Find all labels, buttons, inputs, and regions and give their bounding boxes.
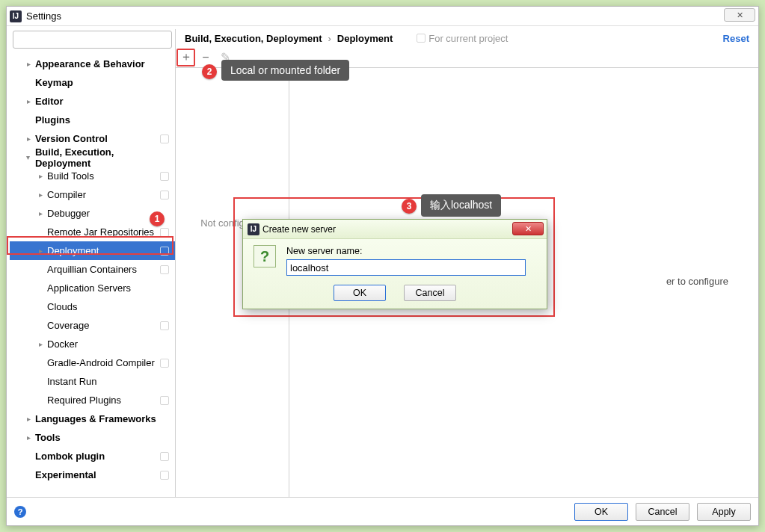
tree-item-lombok-plugin[interactable]: Lombok plugin <box>10 447 175 466</box>
tree-item-arquillian-containers[interactable]: Arquillian Containers <box>10 260 175 279</box>
settings-tree[interactable]: ▸Appearance & BehaviorKeymap▸EditorPlugi… <box>10 52 175 497</box>
add-server-button[interactable]: ＋ <box>178 49 194 66</box>
tree-item-label: Version Control <box>35 133 108 144</box>
chevron-right-icon: ▸ <box>23 60 34 68</box>
tree-item-label: Keymap <box>35 77 73 88</box>
tree-item-label: Build, Execution, Deployment <box>35 146 172 169</box>
reset-link[interactable]: Reset <box>723 33 749 44</box>
tree-item-keymap[interactable]: Keymap <box>10 73 175 92</box>
chevron-right-icon: ▸ <box>35 340 46 348</box>
window-title: Settings <box>26 10 61 22</box>
tree-item-label: Plugins <box>35 114 70 126</box>
project-icon <box>417 34 425 43</box>
detail-hint-text: er to configure <box>666 276 728 287</box>
chevron-down-icon: ▾ <box>23 153 34 161</box>
project-scope-icon <box>160 471 169 480</box>
tree-item-coverage[interactable]: Coverage <box>10 316 175 335</box>
cancel-button[interactable]: Cancel <box>636 503 689 521</box>
tree-item-tools[interactable]: ▸Tools <box>10 428 175 447</box>
tree-item-gradle-android-compiler[interactable]: Gradle-Android Compiler <box>10 353 175 372</box>
breadcrumb-sep: › <box>328 33 331 44</box>
remove-server-button[interactable]: − <box>197 49 214 66</box>
breadcrumb-leaf: Deployment <box>337 33 393 44</box>
settings-sidebar: ▸Appearance & BehaviorKeymap▸EditorPlugi… <box>10 29 176 497</box>
tree-item-label: Application Servers <box>47 282 131 294</box>
help-button[interactable]: ? <box>14 506 26 518</box>
chevron-right-icon: ▸ <box>23 415 34 423</box>
tree-item-compiler[interactable]: ▸Compiler <box>10 185 175 204</box>
for-current-project: For current project <box>417 33 508 44</box>
window-close-button[interactable]: ✕ <box>724 8 755 22</box>
tree-item-appearance-behavior[interactable]: ▸Appearance & Behavior <box>10 55 175 73</box>
project-scope-icon <box>160 396 169 405</box>
tree-item-build-execution-deployment[interactable]: ▾Build, Execution, Deployment <box>10 148 175 167</box>
project-scope-icon <box>160 228 169 237</box>
tree-item-label: Gradle-Android Compiler <box>47 357 155 368</box>
annotation-badge-2: 2 <box>202 64 217 79</box>
tree-item-label: Deployment <box>47 245 99 256</box>
server-name-input[interactable] <box>286 259 526 276</box>
project-scope-icon <box>160 359 169 368</box>
app-icon: IJ <box>248 223 259 235</box>
dialog-title: Create new server <box>262 224 336 235</box>
dialog-ok-button[interactable]: OK <box>334 285 386 301</box>
server-name-label: New server name: <box>286 246 362 256</box>
project-scope-icon <box>160 172 169 181</box>
tree-item-label: Languages & Frameworks <box>35 413 156 424</box>
dialog-titlebar: IJ Create new server ✕ <box>243 220 547 239</box>
project-scope-icon <box>160 452 169 461</box>
apply-button[interactable]: Apply <box>697 503 751 521</box>
tree-item-remote-jar-repositories[interactable]: Remote Jar Repositories <box>10 223 175 241</box>
tree-item-label: Required Plugins <box>47 395 121 406</box>
breadcrumb-root[interactable]: Build, Execution, Deployment <box>185 33 322 44</box>
chevron-right-icon: ▸ <box>35 191 46 199</box>
tree-item-label: Compiler <box>47 189 86 200</box>
tree-item-label: Experimental <box>35 469 96 480</box>
tree-item-label: Lombok plugin <box>35 451 105 462</box>
dialog-close-button[interactable]: ✕ <box>512 222 544 235</box>
app-icon: IJ <box>10 10 22 22</box>
tree-item-version-control[interactable]: ▸Version Control <box>10 129 175 148</box>
annotation-tooltip-3: 输入localhost <box>421 194 501 217</box>
chevron-right-icon: ▸ <box>23 134 34 143</box>
tree-item-experimental[interactable]: Experimental <box>10 466 175 484</box>
tree-item-label: Debugger <box>47 208 90 219</box>
project-scope-icon <box>160 191 169 200</box>
tree-item-editor[interactable]: ▸Editor <box>10 92 175 111</box>
chevron-right-icon: ▸ <box>35 209 46 217</box>
project-scope-icon <box>160 265 169 274</box>
tree-item-instant-run[interactable]: Instant Run <box>10 372 175 391</box>
settings-search-input[interactable] <box>13 31 172 49</box>
tree-item-docker[interactable]: ▸Docker <box>10 335 175 353</box>
tree-item-build-tools[interactable]: ▸Build Tools <box>10 167 175 185</box>
tree-item-label: Arquillian Containers <box>47 264 137 275</box>
project-scope-icon <box>160 321 169 330</box>
ok-button[interactable]: OK <box>574 503 628 521</box>
dialog-footer: ? OK Cancel Apply <box>7 497 758 525</box>
annotation-badge-3: 3 <box>402 199 417 214</box>
annotation-tooltip-2: Local or mounted folder <box>221 60 349 81</box>
annotation-badge-1: 1 <box>150 211 165 226</box>
dialog-cancel-button[interactable]: Cancel <box>404 285 456 301</box>
project-scope-icon <box>160 247 169 256</box>
tree-item-label: Tools <box>35 432 61 443</box>
tree-item-label: Appearance & Behavior <box>35 58 145 69</box>
tree-item-label: Editor <box>35 96 64 107</box>
chevron-right-icon: ▸ <box>35 172 46 180</box>
tree-item-plugins[interactable]: Plugins <box>10 111 175 129</box>
chevron-right-icon: ▸ <box>23 97 34 105</box>
project-scope-icon <box>160 134 169 143</box>
tree-item-application-servers[interactable]: Application Servers <box>10 279 175 297</box>
chevron-right-icon: ▸ <box>23 433 34 442</box>
create-server-dialog: IJ Create new server ✕ ? New server name… <box>242 219 547 309</box>
tree-item-languages-frameworks[interactable]: ▸Languages & Frameworks <box>10 409 175 428</box>
question-icon: ? <box>254 245 276 267</box>
tree-item-label: Build Tools <box>47 170 94 182</box>
tree-item-clouds[interactable]: Clouds <box>10 297 175 316</box>
tree-item-required-plugins[interactable]: Required Plugins <box>10 391 175 409</box>
tree-item-label: Coverage <box>47 320 89 331</box>
breadcrumb-bar: Build, Execution, Deployment › Deploymen… <box>176 29 758 47</box>
tree-item-label: Remote Jar Repositories <box>47 226 154 238</box>
tree-item-label: Clouds <box>47 301 77 312</box>
tree-item-deployment[interactable]: ▸Deployment <box>10 241 175 260</box>
